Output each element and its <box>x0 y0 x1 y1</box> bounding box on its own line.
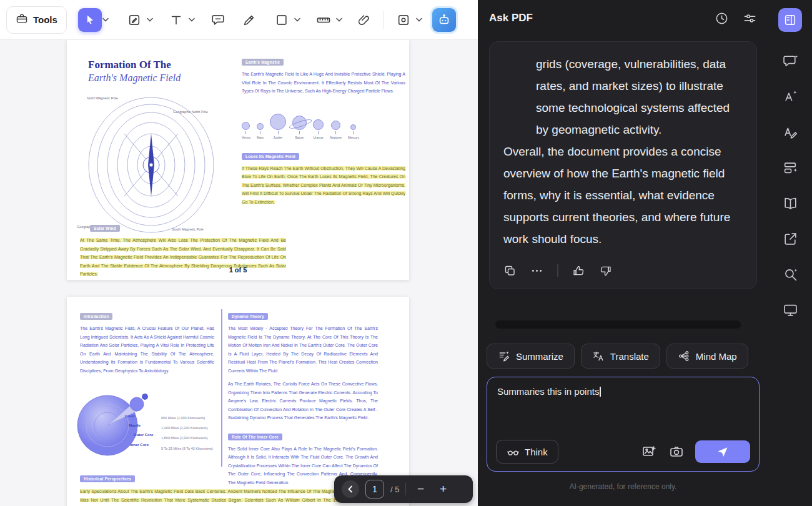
page2-left-column: Introduction The Earth's Magnetic Field,… <box>80 309 214 375</box>
edit-square-icon <box>127 13 141 27</box>
text-tool-chevron-icon[interactable] <box>189 17 195 22</box>
send-button[interactable] <box>695 440 750 463</box>
ai-robot-icon <box>437 13 451 27</box>
section-badge: Introduction <box>80 313 112 320</box>
actions-divider <box>557 264 558 277</box>
core-layer-label: Outer Core <box>134 433 153 437</box>
pdf-paragraph: The Earth's Magnetic Field, A Crucial Fe… <box>80 324 214 375</box>
tools-button[interactable]: Tools <box>6 6 67 34</box>
ai-form-button[interactable] <box>778 156 802 179</box>
pen-tool-button[interactable] <box>237 8 261 32</box>
snapshot-tool-chevron-icon[interactable] <box>416 17 422 22</box>
main-toolbar: Tools <box>0 0 478 40</box>
translate-label: Translate <box>610 351 649 362</box>
copy-icon[interactable] <box>503 264 517 277</box>
shape-tool-button[interactable] <box>270 8 294 32</box>
comment-icon <box>211 13 225 27</box>
slideshow-button[interactable] <box>778 298 802 322</box>
reader-mode-button[interactable] <box>778 191 802 215</box>
measure-tool-chevron-icon[interactable] <box>336 17 342 22</box>
pdf-viewport[interactable]: Formation Of The Earth's Magnetic Field <box>0 40 478 506</box>
comment-tool-button[interactable] <box>206 8 230 32</box>
planet-item: Saturn <box>292 116 307 139</box>
pen-icon <box>242 13 256 27</box>
ai-chat-button[interactable] <box>778 49 802 72</box>
document-region: Tools <box>0 0 478 506</box>
right-icon-rail <box>768 0 812 506</box>
page-number-input[interactable]: 1 <box>365 480 384 499</box>
select-tool-chevron-icon[interactable] <box>102 17 109 22</box>
section-badge: Loses Its Magnetic Field <box>242 153 299 160</box>
paperclip-icon <box>357 13 371 27</box>
add-image-icon[interactable] <box>641 444 656 459</box>
summarize-icon <box>498 350 510 362</box>
total-pages-label: / 5 <box>390 485 399 494</box>
prompt-input[interactable]: Summaries this in points Think <box>487 377 760 472</box>
planet-item: Uranus <box>313 119 324 139</box>
ai-assistant-button[interactable] <box>432 8 456 32</box>
zoom-out-button[interactable]: − <box>412 482 428 496</box>
chat-scrollbar[interactable] <box>495 320 741 329</box>
measure-tool-button[interactable] <box>312 8 335 32</box>
doc-title-line1: Formation Of The <box>88 59 171 71</box>
core-distance-label: 5 To 25 Miles (8 To 40 Kilometers) <box>161 447 213 450</box>
pdf-page-2[interactable]: Introduction The Earth's Magnetic Field,… <box>67 297 409 506</box>
page2-right-column: Dynamo Theory The Most Widely - Accepted… <box>228 309 378 487</box>
edit-tool-chevron-icon[interactable] <box>147 17 153 22</box>
panel-book-icon <box>783 13 797 27</box>
thumbs-up-icon[interactable] <box>572 264 585 277</box>
edit-tool-button[interactable] <box>122 8 146 32</box>
ask-pdf-panel-toggle[interactable] <box>778 8 802 32</box>
summarize-button[interactable]: Summarize <box>487 344 575 369</box>
ai-proofread-button[interactable] <box>778 120 802 144</box>
text-caret <box>600 387 601 397</box>
ai-message-paragraph-1: grids (coverage, vulnerabilities, data r… <box>503 53 743 141</box>
pdf-paragraph: The Most Widely - Accepted Theory For Th… <box>228 324 378 375</box>
snapshot-tool-button[interactable] <box>392 8 415 32</box>
quick-actions-row: Summarize Translate Mind Map <box>487 344 760 369</box>
ai-chat-icon <box>783 53 798 69</box>
ai-translate-button[interactable] <box>778 84 802 108</box>
section-badge: Solar Wind <box>90 225 120 232</box>
open-book-icon <box>783 196 798 211</box>
field-label-geo-north: Geographic North Pole <box>173 110 208 114</box>
ai-search-button[interactable] <box>778 262 802 286</box>
magnetic-field-diagram: North Magnetic Pole Geographic North Pol… <box>73 95 229 239</box>
camera-icon[interactable] <box>669 444 684 459</box>
ai-search-icon <box>783 267 798 282</box>
ask-pdf-panel: Ask PDF grids (coverage, vulnerabilities… <box>478 0 768 506</box>
planet-size-chart: Venus Mars Jupiter Saturn Uranus Neptune… <box>242 103 405 139</box>
highlighted-paragraph: If These Rays Reach The Earth Without Ob… <box>242 166 405 204</box>
shape-tool-chevron-icon[interactable] <box>294 17 300 22</box>
core-layer-label: Crust <box>125 414 135 418</box>
ai-form-icon <box>783 160 798 176</box>
planet-item: Mercury <box>348 124 359 139</box>
field-label-north-magnetic: North Magnetic Pole <box>87 96 118 100</box>
section-badge: Role Of The Inner Core <box>228 434 282 440</box>
thumbs-down-icon[interactable] <box>599 264 612 277</box>
attachment-tool-button[interactable] <box>352 8 376 32</box>
settings-sliders-icon[interactable] <box>743 11 757 26</box>
planet-item: Mars <box>257 123 264 139</box>
translate-button[interactable]: Translate <box>581 344 660 369</box>
think-toggle-button[interactable]: Think <box>496 440 558 464</box>
mind-map-button[interactable]: Mind Map <box>666 344 748 369</box>
panel-title: Ask PDF <box>489 12 533 24</box>
summarize-label: Summarize <box>516 351 563 362</box>
earth-core-diagram: Crust Mantle Outer Core Inner Core 600 M… <box>76 377 219 469</box>
message-actions <box>503 260 743 281</box>
pdf-paragraph: The Earth's Magnetic Field Is Like A Hug… <box>242 70 405 96</box>
more-options-icon[interactable] <box>530 264 543 277</box>
think-label: Think <box>525 447 548 457</box>
export-button[interactable] <box>778 227 802 251</box>
section-badge: Historical Perspectives <box>80 475 135 482</box>
pdf-page-1[interactable]: Formation Of The Earth's Magnetic Field <box>67 40 409 280</box>
history-icon[interactable] <box>715 11 729 26</box>
collapse-nav-button[interactable] <box>342 480 359 498</box>
square-shape-icon <box>275 13 289 27</box>
text-tool-button[interactable] <box>164 8 188 32</box>
select-tool-button[interactable] <box>78 8 102 32</box>
ai-translate-icon <box>783 89 798 104</box>
panel-header: Ask PDF <box>478 0 768 36</box>
zoom-in-button[interactable]: + <box>435 482 451 496</box>
